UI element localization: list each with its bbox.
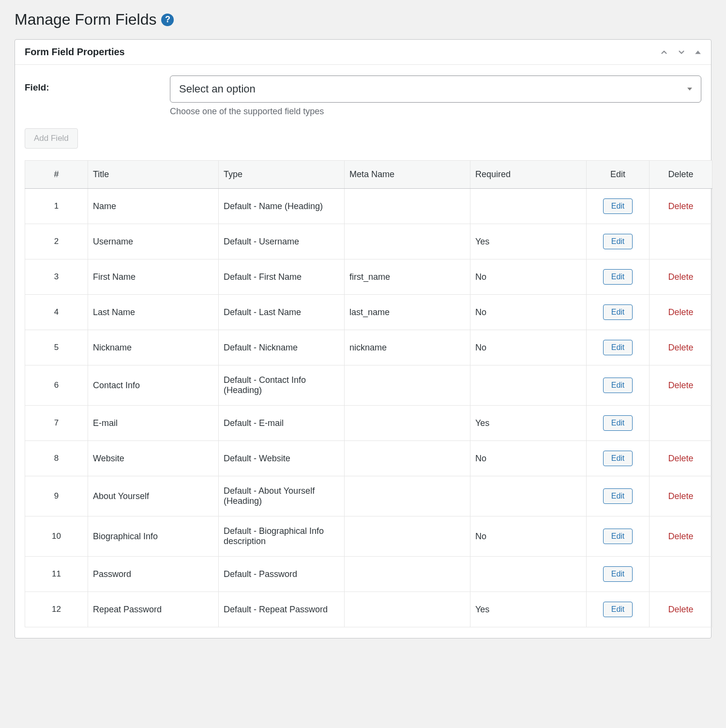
row-edit-cell: Edit (587, 557, 650, 592)
table-row: 8WebsiteDefault - WebsiteNoEditDelete (25, 441, 712, 476)
field-type-select[interactable]: Select an option (170, 76, 701, 103)
dropdown-caret-icon (687, 88, 692, 91)
row-meta-name (345, 189, 470, 224)
row-type: Default - Name (Heading) (219, 189, 345, 224)
field-select-helper: Choose one of the supported field types (170, 106, 701, 117)
row-edit-cell: Edit (587, 441, 650, 476)
edit-button[interactable]: Edit (603, 304, 633, 320)
row-meta-name: last_name (345, 295, 470, 330)
delete-link[interactable]: Delete (668, 343, 693, 352)
row-delete-cell: Delete (650, 330, 712, 365)
th-num: # (25, 161, 88, 189)
row-number: 6 (25, 365, 88, 406)
panel-title: Form Field Properties (25, 46, 125, 58)
row-required (470, 365, 587, 406)
delete-link[interactable]: Delete (668, 272, 693, 282)
chevron-up-icon[interactable] (660, 48, 668, 57)
row-number: 7 (25, 406, 88, 441)
edit-button[interactable]: Edit (603, 602, 633, 617)
row-type: Default - Username (219, 224, 345, 259)
table-row: 3First NameDefault - First Namefirst_nam… (25, 259, 712, 295)
row-required: Yes (470, 224, 587, 259)
row-meta-name (345, 406, 470, 441)
add-field-button[interactable]: Add Field (25, 128, 78, 149)
th-type: Type (219, 161, 345, 189)
row-delete-cell: Delete (650, 259, 712, 295)
table-row: 4Last NameDefault - Last Namelast_nameNo… (25, 295, 712, 330)
table-row: 9About YourselfDefault - About Yourself … (25, 476, 712, 516)
row-edit-cell: Edit (587, 189, 650, 224)
edit-button[interactable]: Edit (603, 234, 633, 249)
delete-link[interactable]: Delete (668, 307, 693, 317)
row-type: Default - First Name (219, 259, 345, 295)
row-required: No (470, 330, 587, 365)
chevron-down-icon[interactable] (677, 48, 686, 57)
field-type-select-value: Select an option (179, 83, 256, 95)
panel-body: Field: Select an option Choose one of th… (15, 65, 711, 638)
table-header: # Title Type Meta Name Required Edit Del… (25, 161, 712, 189)
row-title: Website (88, 441, 219, 476)
row-type: Default - Biographical Info description (219, 516, 345, 557)
delete-link[interactable]: Delete (668, 380, 693, 390)
delete-link[interactable]: Delete (668, 491, 693, 501)
row-edit-cell: Edit (587, 476, 650, 516)
row-edit-cell: Edit (587, 592, 650, 627)
row-number: 12 (25, 592, 88, 627)
row-title: E-mail (88, 406, 219, 441)
edit-button[interactable]: Edit (603, 378, 633, 393)
fields-table: # Title Type Meta Name Required Edit Del… (25, 160, 712, 627)
row-number: 3 (25, 259, 88, 295)
row-type: Default - Repeat Password (219, 592, 345, 627)
row-required: No (470, 441, 587, 476)
table-row: 11PasswordDefault - PasswordEdit (25, 557, 712, 592)
th-title: Title (88, 161, 219, 189)
edit-button[interactable]: Edit (603, 269, 633, 285)
row-title: Contact Info (88, 365, 219, 406)
delete-link[interactable]: Delete (668, 531, 693, 541)
row-delete-cell: Delete (650, 295, 712, 330)
field-type-select-wrap: Select an option (170, 76, 701, 103)
row-meta-name (345, 224, 470, 259)
row-meta-name: first_name (345, 259, 470, 295)
edit-button[interactable]: Edit (603, 198, 633, 214)
row-edit-cell: Edit (587, 295, 650, 330)
th-delete: Delete (650, 161, 712, 189)
row-edit-cell: Edit (587, 224, 650, 259)
row-type: Default - E-mail (219, 406, 345, 441)
panel-header: Form Field Properties (15, 40, 711, 65)
edit-button[interactable]: Edit (603, 488, 633, 504)
row-title: Password (88, 557, 219, 592)
delete-link[interactable]: Delete (668, 605, 693, 614)
row-number: 4 (25, 295, 88, 330)
row-type: Default - About Yourself (Heading) (219, 476, 345, 516)
th-edit: Edit (587, 161, 650, 189)
row-delete-cell (650, 406, 712, 441)
edit-button[interactable]: Edit (603, 529, 633, 544)
row-meta-name (345, 592, 470, 627)
row-delete-cell (650, 557, 712, 592)
row-edit-cell: Edit (587, 330, 650, 365)
row-title: Last Name (88, 295, 219, 330)
row-title: Biographical Info (88, 516, 219, 557)
row-delete-cell (650, 224, 712, 259)
row-required: No (470, 259, 587, 295)
row-title: About Yourself (88, 476, 219, 516)
edit-button[interactable]: Edit (603, 566, 633, 582)
delete-link[interactable]: Delete (668, 201, 693, 211)
row-number: 8 (25, 441, 88, 476)
row-meta-name (345, 516, 470, 557)
delete-link[interactable]: Delete (668, 454, 693, 463)
row-type: Default - Contact Info (Heading) (219, 365, 345, 406)
edit-button[interactable]: Edit (603, 451, 633, 466)
table-row: 1NameDefault - Name (Heading)EditDelete (25, 189, 712, 224)
row-type: Default - Last Name (219, 295, 345, 330)
table-row: 7E-mailDefault - E-mailYesEdit (25, 406, 712, 441)
help-icon[interactable]: ? (161, 14, 174, 26)
field-select-label: Field: (25, 76, 170, 93)
collapse-panel-icon[interactable] (695, 49, 701, 56)
row-title: Repeat Password (88, 592, 219, 627)
th-required: Required (470, 161, 587, 189)
edit-button[interactable]: Edit (603, 415, 633, 431)
edit-button[interactable]: Edit (603, 340, 633, 355)
table-body: 1NameDefault - Name (Heading)EditDelete2… (25, 189, 712, 627)
